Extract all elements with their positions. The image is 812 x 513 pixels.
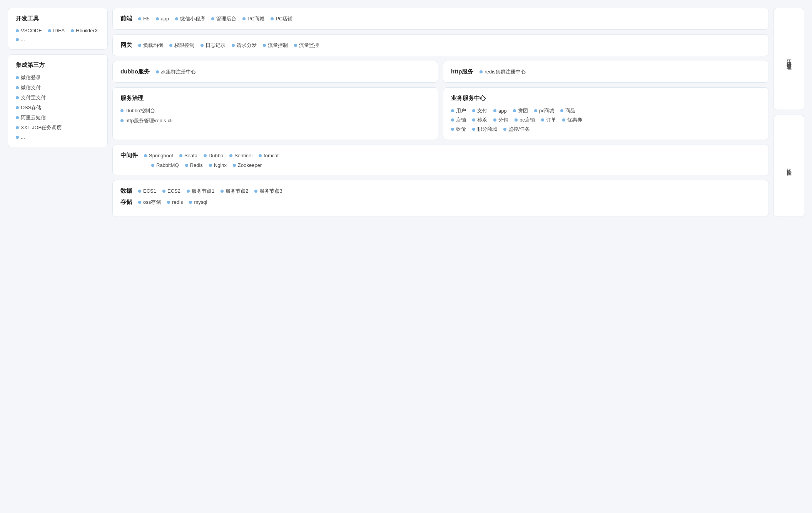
frontend-pcshop: PC店铺 — [271, 15, 292, 22]
frontend-pcmall: PC商城 — [242, 15, 264, 22]
left-column: 开发工具 VSCODE IDEA HbuilderX ... — [8, 8, 108, 217]
data-ecs2: ECS2 — [162, 188, 180, 194]
biz-app: app — [493, 107, 507, 114]
tp-oss: OSS存储 — [16, 104, 100, 111]
dot-icon — [229, 154, 232, 157]
right-column: 统一权限日志管理 运行监控 — [774, 8, 804, 217]
mw-sentinel: Sentinel — [229, 153, 252, 158]
dot-icon — [562, 118, 565, 122]
dot-icon — [541, 118, 544, 122]
dot-icon — [513, 109, 516, 112]
dot-icon — [187, 190, 190, 193]
dot-icon — [144, 154, 147, 157]
dot-icon — [138, 201, 141, 204]
http-service-card: http服务 redis集群注册中心 — [443, 61, 769, 83]
biz-order: 订单 — [541, 117, 556, 123]
frontend-admin: 管理后台 — [211, 15, 236, 22]
dubbo-zk: zk集群注册中心 — [156, 68, 196, 75]
biz-points: 积分商城 — [472, 126, 497, 133]
frontend-app: app — [156, 16, 169, 22]
dot-icon — [254, 190, 257, 193]
data-ecs1: ECS1 — [138, 188, 156, 194]
dot-icon — [120, 119, 124, 122]
tp-xxljob: XXL-JOB任务调度 — [16, 124, 100, 131]
http-row: http服务 redis集群注册中心 — [451, 68, 761, 75]
unified-label: 统一权限日志管理 — [785, 56, 792, 62]
governance-dubbo: Dubbo控制台 — [120, 107, 430, 114]
dot-icon — [179, 154, 182, 157]
dev-tools-list: VSCODE IDEA HbuilderX ... — [16, 28, 100, 42]
dev-tool-idea: IDEA — [48, 28, 65, 33]
gateway-card: 网关 负载均衡 权限控制 日志记录 请求分发 — [112, 34, 769, 56]
tp-wechat-login: 微信登录 — [16, 74, 100, 81]
storage-label: 存储 — [120, 198, 132, 206]
dot-icon — [16, 116, 19, 119]
biz-group: 拼团 — [513, 107, 528, 114]
governance-title: 服务治理 — [120, 95, 430, 102]
dot-icon — [263, 44, 266, 47]
third-party-list: 微信登录 微信支付 支付宝支付 OSS存储 阿里云短信 — [16, 74, 100, 140]
data-row: 数据 ECS1 ECS2 服务节点1 服务节点2 服务节点3 — [120, 187, 761, 195]
dot-icon — [451, 109, 454, 112]
tp-wechat-pay: 微信支付 — [16, 84, 100, 91]
dubbo-label: dubbo服务 — [120, 68, 150, 75]
gw-log: 日志记录 — [200, 42, 226, 49]
dot-icon — [211, 17, 214, 20]
governance-items: Dubbo控制台 http服务管理/redis-cli — [120, 107, 430, 124]
dot-icon — [560, 109, 563, 112]
dot-icon — [48, 29, 51, 32]
mw-tomcat: tomcat — [259, 153, 279, 158]
frontend-label: 前端 — [120, 15, 132, 22]
main-layout: 开发工具 VSCODE IDEA HbuilderX ... — [8, 8, 804, 217]
storage-oss: oss存储 — [138, 199, 161, 206]
mw-seata: Seata — [179, 153, 197, 158]
dot-icon — [16, 96, 19, 99]
third-party-card: 集成第三方 微信登录 微信支付 支付宝支付 OSS存储 — [8, 54, 108, 147]
biz-center-title: 业务服务中心 — [451, 95, 761, 102]
frontend-h5: H5 — [138, 16, 150, 22]
biz-distribution: 分销 — [493, 117, 508, 123]
dev-tool-more: ... — [16, 37, 25, 42]
biz-pcshop: pc店铺 — [515, 117, 535, 123]
biz-flash: 秒杀 — [472, 117, 487, 123]
biz-row-1: 用户 支付 app 拼团 pc商城 商品 — [451, 107, 761, 114]
biz-product: 商品 — [560, 107, 575, 114]
dot-icon — [16, 86, 19, 89]
dot-icon — [16, 136, 19, 139]
dot-icon — [472, 118, 475, 122]
biz-coupon: 优惠券 — [562, 117, 582, 123]
monitoring-card: 运行监控 — [774, 115, 804, 217]
data-node3: 服务节点3 — [254, 188, 282, 195]
frontend-miniapp: 微信小程序 — [175, 15, 205, 22]
dot-icon — [138, 17, 141, 20]
dot-icon — [156, 70, 159, 73]
dot-icon — [156, 17, 159, 20]
storage-redis: redis — [167, 199, 183, 205]
biz-pay: 支付 — [472, 107, 487, 114]
tp-alipay: 支付宝支付 — [16, 94, 100, 101]
dot-icon — [534, 109, 537, 112]
biz-row-3: 砍价 积分商城 监控/任务 — [451, 126, 761, 133]
dot-icon — [259, 154, 262, 157]
dot-icon — [16, 126, 19, 129]
dot-icon — [200, 44, 204, 47]
dot-icon — [16, 76, 19, 79]
dubbo-row: dubbo服务 zk集群注册中心 — [120, 68, 430, 75]
dot-icon — [16, 38, 19, 41]
service-registration-row: dubbo服务 zk集群注册中心 http服务 redis集群注册中心 — [112, 61, 769, 83]
dot-icon — [472, 109, 475, 112]
dot-icon — [451, 128, 454, 131]
dot-icon — [175, 17, 178, 20]
biz-shop: 店铺 — [451, 117, 466, 123]
biz-center-card: 业务服务中心 用户 支付 app 拼团 pc商城 商品 店铺 秒杀 分销 p — [443, 87, 769, 140]
dev-tools-card: 开发工具 VSCODE IDEA HbuilderX ... — [8, 8, 108, 50]
dot-icon — [515, 118, 518, 122]
dot-icon — [16, 106, 19, 109]
dot-icon — [151, 164, 154, 167]
data-storage-card: 数据 ECS1 ECS2 服务节点1 服务节点2 服务节点3 存储 oss存储 … — [112, 180, 769, 217]
dot-icon — [480, 70, 483, 73]
mw-springboot: Springboot — [144, 153, 173, 158]
dot-icon — [209, 164, 212, 167]
dot-icon — [189, 201, 192, 204]
biz-monitor-task: 监控/任务 — [503, 126, 530, 133]
